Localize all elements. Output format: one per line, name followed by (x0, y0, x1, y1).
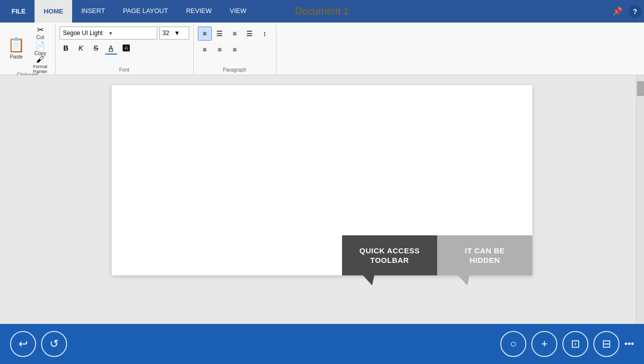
paste-icon: 📋 (8, 37, 25, 53)
copy-button[interactable]: 📄 Copy (30, 41, 51, 56)
align-left-button[interactable]: ≡ (198, 27, 212, 41)
add-button[interactable]: + (531, 331, 557, 357)
briefcase-icon: ⊡ (571, 337, 580, 350)
copy-icon: 📄 (35, 41, 45, 51)
cut-icon: ✂ (37, 25, 44, 35)
line-spacing-button[interactable]: ↕ (258, 27, 272, 41)
refresh-button[interactable]: ↺ (41, 331, 67, 357)
add-icon: + (541, 337, 548, 350)
page-wrapper: QUICK ACCESS TOOLBAR IT CAN BE HIDDEN (112, 85, 532, 324)
font-size-value: 32 (163, 30, 174, 37)
hidden-callout-text: IT CAN BE HIDDEN (450, 246, 520, 265)
quick-access-callout: QUICK ACCESS TOOLBAR (342, 235, 437, 275)
scroll-thumb[interactable] (637, 81, 644, 96)
align-right-button[interactable]: ≡ (228, 27, 242, 41)
numbering-button[interactable]: ≡ (213, 43, 227, 57)
document-title: Document 1 (295, 6, 349, 17)
save-button[interactable]: ⊟ (593, 331, 619, 357)
tab-view[interactable]: VIEW (221, 0, 255, 23)
tab-home[interactable]: HOME (35, 0, 72, 23)
clipboard-small-tools: ✂ Cut 📄 Copy 🖌 Format Painter (30, 25, 51, 72)
font-size-selector[interactable]: 32 ▼ (159, 27, 189, 40)
font-section-label: Font (60, 66, 189, 73)
briefcase-button[interactable]: ⊡ (562, 331, 588, 357)
clear-format-icon: 🅰 (123, 44, 130, 52)
format-painter-button[interactable]: 🖌 Format Painter (30, 57, 51, 72)
format-painter-icon: 🖌 (36, 55, 44, 64)
ribbon-right-actions: 📌 ? (610, 5, 641, 19)
tab-page-layout[interactable]: PAGE LAYOUT (114, 0, 177, 23)
main-content-area: QUICK ACCESS TOOLBAR IT CAN BE HIDDEN (0, 75, 644, 324)
bottom-right-actions: ○ + ⊡ ⊟ ••• (500, 331, 634, 357)
font-name-value: Segoe UI Light (63, 30, 109, 37)
tab-file[interactable]: FILE (3, 0, 35, 23)
search-button[interactable]: ○ (500, 331, 526, 357)
ribbon-body: 📋 Paste ✂ Cut 📄 Copy 🖌 Format Painter (0, 23, 644, 75)
strikethrough-button[interactable]: S (90, 42, 103, 55)
clear-format-button[interactable]: 🅰 (120, 42, 133, 55)
document-page[interactable]: QUICK ACCESS TOOLBAR IT CAN BE HIDDEN (112, 85, 532, 275)
pin-icon[interactable]: 📌 (610, 5, 624, 19)
paragraph-section: ≡ ☰ ≡ ☰ ↕ ≡ ≡ ≡ Paragraph (194, 25, 276, 75)
hidden-callout: IT CAN BE HIDDEN (437, 235, 532, 275)
save-icon: ⊟ (602, 337, 611, 350)
cut-button[interactable]: ✂ Cut (30, 25, 51, 40)
ribbon-tabs-bar: FILE HOME INSERT PAGE LAYOUT REVIEW VIEW… (0, 0, 644, 23)
tab-insert[interactable]: INSERT (72, 0, 114, 23)
bold-button[interactable]: B (60, 42, 73, 55)
search-icon: ○ (510, 337, 516, 350)
align-center-button[interactable]: ☰ (213, 27, 227, 41)
multilevel-list-button[interactable]: ≡ (228, 43, 242, 57)
clipboard-tools: 📋 Paste ✂ Cut 📄 Copy 🖌 Format Painter (4, 25, 51, 72)
cut-label: Cut (36, 35, 44, 40)
font-name-selector[interactable]: Segoe UI Light ▼ (60, 27, 157, 40)
bullets-button[interactable]: ≡ (198, 43, 212, 57)
size-dropdown-arrow: ▼ (174, 30, 186, 37)
callout-area: QUICK ACCESS TOOLBAR IT CAN BE HIDDEN (342, 235, 532, 275)
bottom-toolbar: ↩ ↺ ○ + ⊡ ⊟ ••• (0, 324, 644, 364)
font-section: Segoe UI Light ▼ 32 ▼ B K S A 🅰 Font (56, 25, 194, 75)
underline-button[interactable]: A (105, 42, 118, 55)
vertical-scrollbar[interactable] (636, 75, 644, 324)
paste-label: Paste (10, 54, 23, 60)
para-row-2: ≡ ≡ ≡ (198, 43, 272, 57)
para-row-1: ≡ ☰ ≡ ☰ ↕ (198, 27, 272, 41)
tab-review[interactable]: REVIEW (177, 0, 220, 23)
italic-button[interactable]: K (75, 42, 88, 55)
clipboard-section: 📋 Paste ✂ Cut 📄 Copy 🖌 Format Painter (0, 25, 56, 75)
quick-access-callout-text: QUICK ACCESS TOOLBAR (355, 246, 425, 265)
justify-button[interactable]: ☰ (243, 27, 257, 41)
undo-button[interactable]: ↩ (10, 331, 36, 357)
font-row-1: Segoe UI Light ▼ 32 ▼ (60, 27, 189, 40)
help-icon[interactable]: ? (628, 5, 641, 18)
paragraph-section-label: Paragraph (198, 66, 272, 73)
underline-label: A (109, 44, 113, 52)
font-row-2: B K S A 🅰 (60, 42, 189, 55)
font-dropdown-arrow: ▼ (108, 31, 154, 36)
paste-button[interactable]: 📋 Paste (4, 32, 29, 65)
more-button[interactable]: ••• (624, 339, 634, 349)
